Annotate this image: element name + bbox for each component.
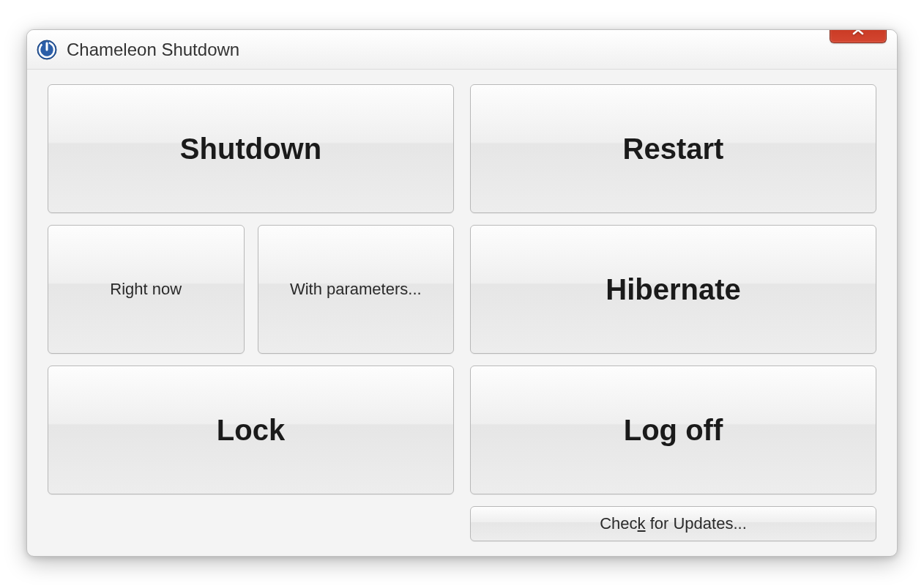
log-off-label: Log off (624, 414, 723, 447)
restart-button[interactable]: Restart (470, 84, 876, 213)
right-now-label: Right now (110, 280, 182, 299)
hibernate-button[interactable]: Hibernate (470, 225, 876, 354)
titlebar: Chameleon Shutdown (27, 30, 897, 70)
lock-label: Lock (217, 414, 285, 447)
content-area: Shutdown Restart Right now With paramete… (27, 70, 897, 556)
log-off-button[interactable]: Log off (470, 366, 876, 494)
with-parameters-button[interactable]: With parameters... (258, 225, 455, 354)
check-updates-button[interactable]: Check for Updates... (470, 506, 876, 541)
hibernate-label: Hibernate (606, 273, 741, 306)
shutdown-button[interactable]: Shutdown (48, 84, 454, 213)
restart-label: Restart (623, 133, 724, 166)
right-now-button[interactable]: Right now (48, 225, 245, 354)
power-icon (36, 39, 58, 61)
close-icon (852, 29, 865, 35)
close-button[interactable] (830, 29, 887, 43)
app-window: Chameleon Shutdown Shutdown Restart Righ… (26, 29, 898, 557)
with-parameters-label: With parameters... (290, 280, 422, 299)
window-title: Chameleon Shutdown (67, 40, 890, 60)
shutdown-label: Shutdown (180, 133, 321, 166)
check-updates-label: Check for Updates... (600, 514, 747, 533)
lock-button[interactable]: Lock (48, 366, 454, 494)
shutdown-options-row: Right now With parameters... (48, 225, 454, 354)
